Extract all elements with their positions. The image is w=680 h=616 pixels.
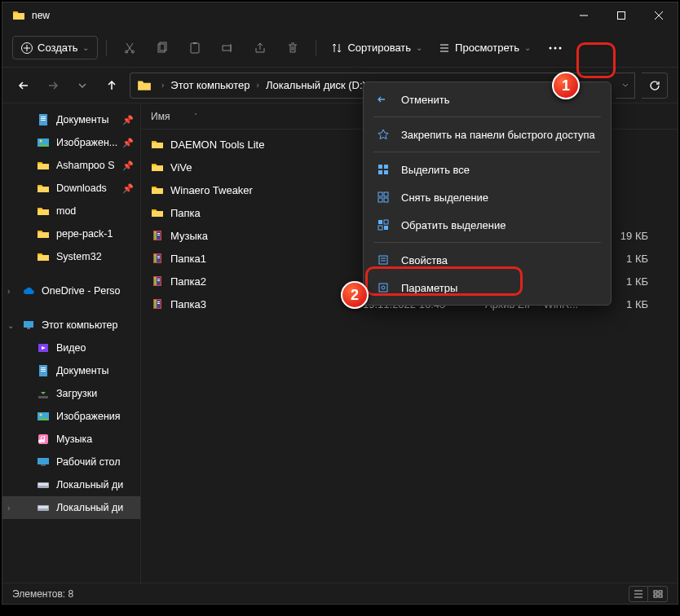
disk-icon <box>37 478 50 491</box>
rename-button[interactable] <box>213 33 242 63</box>
properties-icon <box>377 253 390 266</box>
pin-icon: 📌 <box>122 115 134 125</box>
sidebar-item[interactable]: pepe-pack-1 <box>2 222 140 245</box>
menu-separator <box>373 152 601 152</box>
copy-button[interactable] <box>148 33 177 63</box>
thumbnails-view-button[interactable] <box>648 586 668 602</box>
refresh-button[interactable] <box>642 73 668 99</box>
sidebar-onedrive[interactable]: › OneDrive - Perso <box>2 279 140 302</box>
sidebar-pc[interactable]: ⌄ Этот компьютер <box>2 314 140 337</box>
breadcrumb-dropdown[interactable] <box>616 73 635 99</box>
sidebar-label: Видео <box>56 342 86 354</box>
sidebar-item[interactable]: Изображения <box>2 405 140 428</box>
menu-properties[interactable]: Свойства <box>367 246 607 274</box>
svg-rect-43 <box>154 254 157 256</box>
sort-icon <box>331 42 342 54</box>
menu-pin[interactable]: Закрепить на панели быстрого доступа <box>367 121 607 148</box>
delete-button[interactable] <box>278 33 307 63</box>
separator <box>316 40 316 56</box>
sidebar-item[interactable]: Downloads 📌 <box>2 177 140 200</box>
sidebar-item[interactable]: Ashampoo S 📌 <box>2 154 140 177</box>
back-button[interactable] <box>12 74 35 97</box>
pin-icon: 📌 <box>122 138 134 148</box>
chevron-right-icon: › <box>7 504 10 513</box>
invert-icon <box>377 218 390 231</box>
column-name[interactable]: Имя˄ <box>151 111 363 122</box>
sidebar-item[interactable]: Видео <box>2 337 140 359</box>
sidebar-item[interactable]: › Локальный ди <box>2 496 140 519</box>
forward-button[interactable] <box>42 74 64 97</box>
more-menu: Отменить Закрепить на панели быстрого до… <box>363 81 612 306</box>
sidebar-item[interactable]: Изображен... 📌 <box>2 131 140 154</box>
cloud-icon <box>22 284 35 297</box>
svg-rect-64 <box>384 165 388 169</box>
menu-select-none[interactable]: Снять выделение <box>367 183 607 211</box>
rar-icon <box>151 297 164 310</box>
up-button[interactable] <box>100 74 123 97</box>
svg-point-25 <box>40 414 42 416</box>
sidebar-label: Ashampoo S <box>56 160 115 171</box>
svg-rect-70 <box>384 198 388 202</box>
desk-icon <box>37 455 50 469</box>
new-button[interactable]: Создать ⌄ <box>12 36 98 59</box>
minimize-button[interactable] <box>565 2 603 29</box>
file-name: Папка3 <box>170 298 206 310</box>
sidebar-item[interactable]: System32 <box>2 245 140 268</box>
sidebar-item[interactable]: mod <box>2 200 140 222</box>
folder-icon <box>37 250 50 263</box>
menu-options[interactable]: Параметры <box>367 274 607 301</box>
svg-rect-6 <box>223 46 231 51</box>
status-text: Элементов: 8 <box>12 588 629 600</box>
svg-rect-69 <box>378 198 382 202</box>
more-button[interactable] <box>541 33 570 63</box>
folder-icon <box>37 159 50 172</box>
svg-rect-71 <box>378 220 382 224</box>
details-view-button[interactable] <box>629 586 648 602</box>
chevron-right-icon: › <box>257 81 259 90</box>
sidebar-item[interactable]: Рабочий стол <box>2 451 140 473</box>
img-icon <box>37 410 50 423</box>
menu-label: Обратить выделение <box>401 219 506 231</box>
cut-button[interactable] <box>115 33 144 63</box>
file-name: ViVe <box>170 161 192 174</box>
sidebar-item[interactable]: Документы <box>2 359 140 382</box>
sidebar-item[interactable]: Загрузки <box>2 382 140 405</box>
select-none-icon <box>377 191 390 204</box>
svg-rect-63 <box>378 165 382 169</box>
sidebar-label: Загрузки <box>56 388 97 399</box>
chevron-right-icon: › <box>161 81 164 90</box>
svg-rect-67 <box>378 192 382 196</box>
close-button[interactable] <box>640 2 678 29</box>
sidebar-item[interactable]: Документы 📌 <box>2 108 140 131</box>
svg-rect-45 <box>157 256 160 257</box>
menu-invert[interactable]: Обратить выделение <box>367 211 607 239</box>
view-button[interactable]: Просмотреть ⌄ <box>432 37 537 59</box>
sidebar-label: Изображен... <box>56 137 117 148</box>
breadcrumb-item[interactable]: Этот компьютер <box>170 79 249 91</box>
sidebar-item[interactable]: Локальный ди <box>2 473 140 496</box>
sort-button[interactable]: Сортировать ⌄ <box>325 37 429 59</box>
svg-rect-75 <box>379 256 387 264</box>
maximize-button[interactable] <box>603 2 640 29</box>
svg-point-7 <box>549 46 551 49</box>
rar-icon <box>151 275 164 288</box>
share-button[interactable] <box>245 33 275 63</box>
annotation-badge-1: 1 <box>552 72 580 99</box>
sidebar-item[interactable]: Музыка <box>2 428 140 451</box>
paste-button[interactable] <box>180 33 210 63</box>
svg-rect-30 <box>38 483 48 486</box>
menu-label: Свойства <box>401 254 448 266</box>
svg-rect-0 <box>618 12 625 20</box>
recent-button[interactable] <box>71 74 94 97</box>
sidebar-label: Локальный ди <box>56 502 123 513</box>
view-icon <box>439 42 450 54</box>
sidebar: Документы 📌 Изображен... 📌 Ashampoo S 📌 … <box>2 103 141 583</box>
menu-separator <box>373 242 601 243</box>
undo-icon <box>377 93 390 106</box>
separator <box>106 40 107 56</box>
menu-select-all[interactable]: Выделить все <box>367 156 607 183</box>
svg-point-34 <box>46 508 47 510</box>
breadcrumb-item[interactable]: Локальный диск (D:) <box>266 79 366 91</box>
sidebar-label: Рабочий стол <box>56 456 120 468</box>
svg-rect-72 <box>384 220 388 224</box>
